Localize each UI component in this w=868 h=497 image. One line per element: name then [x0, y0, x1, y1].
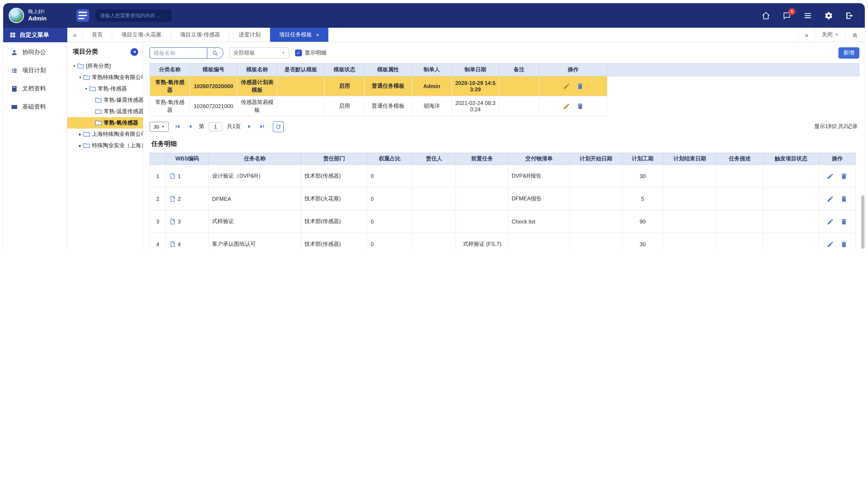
- template-row[interactable]: 常熟-氧传感器1026072021000传感器简易模板启用普通任务模板胡海洋20…: [150, 96, 859, 116]
- avatar[interactable]: [9, 8, 24, 23]
- tabbar: « 首页项目立项-火花塞项目立项-传感器进度计划项目任务模板× » 关闭 ▼: [67, 28, 865, 42]
- edit-icon[interactable]: [563, 83, 570, 90]
- tree-node-4[interactable]: 常熟-温度传感器: [67, 106, 143, 117]
- page-number-input[interactable]: [209, 122, 222, 131]
- file-icon: [169, 241, 176, 247]
- edit-icon[interactable]: [827, 172, 834, 180]
- sidebar-item-1[interactable]: 项目计划: [3, 62, 67, 79]
- file-icon: [169, 218, 176, 225]
- task-cell-trigger: [763, 187, 819, 210]
- task-cell-trigger: [763, 165, 819, 187]
- tree-expand-icon[interactable]: ▼: [78, 76, 83, 79]
- task-cell-owner: [412, 165, 456, 187]
- checkbox-checked-icon[interactable]: [295, 49, 302, 56]
- delete-icon[interactable]: [576, 102, 583, 110]
- delete-icon[interactable]: [576, 83, 583, 90]
- refresh-button[interactable]: [273, 121, 284, 132]
- home-icon[interactable]: [762, 11, 770, 20]
- task-row-number: 2: [150, 187, 166, 210]
- tabs-scroll-left-icon[interactable]: «: [67, 28, 83, 42]
- task-cell-desc: [716, 210, 763, 233]
- sidebar-item-0[interactable]: 协同办公: [3, 44, 67, 60]
- close-tab-icon[interactable]: ×: [316, 32, 319, 38]
- tree-node-0[interactable]: ▼[所有分类]: [67, 60, 143, 72]
- custom-menu-title: 自定义菜单: [19, 31, 49, 39]
- template-type-select[interactable]: 全部模板 ▼: [229, 47, 289, 59]
- messages-icon[interactable]: 6: [783, 11, 791, 20]
- task-row[interactable]: 22DFMEA技术部(火花塞)0DFMEA报告5: [150, 187, 855, 210]
- search-icon: [212, 50, 218, 56]
- next-page-icon[interactable]: [245, 123, 253, 131]
- task-cell-name: 客户承认图纸认可: [209, 233, 301, 248]
- prev-page-icon[interactable]: [186, 123, 194, 131]
- global-search[interactable]: [96, 9, 172, 22]
- task-wbs-cell: 1: [166, 165, 209, 187]
- tree-expand-icon[interactable]: ▶: [78, 144, 83, 147]
- file-icon: [169, 195, 176, 202]
- page-size-select[interactable]: 30 ▼: [150, 122, 169, 131]
- menu-icon[interactable]: [803, 11, 812, 20]
- delete-icon[interactable]: [840, 218, 848, 225]
- template-cell: 常熟-氧传感器: [150, 76, 190, 96]
- tab-1[interactable]: 项目立项-火花塞: [112, 28, 171, 42]
- add-template-button[interactable]: 新增: [838, 47, 859, 59]
- last-page-icon[interactable]: [258, 123, 266, 131]
- delete-icon[interactable]: [840, 172, 848, 180]
- tree-expand-icon[interactable]: ▶: [78, 132, 83, 136]
- task-row[interactable]: 44客户承认图纸认可技术部(传感器)0式样验证 (FS,7)30: [150, 233, 855, 248]
- global-search-input[interactable]: [100, 13, 167, 18]
- template-cell: 1026072020000: [190, 76, 237, 96]
- tab-4[interactable]: 项目任务模板×: [270, 28, 329, 42]
- vertical-scrollbar[interactable]: [861, 195, 864, 248]
- task-cell-desc: [716, 165, 763, 187]
- tree-node-5[interactable]: 常熟-氧传感器: [67, 117, 143, 129]
- task-row[interactable]: 11设计验证（DVP&R）技术部(传感器)0DVP&R报告30: [150, 165, 855, 187]
- edit-icon[interactable]: [827, 195, 834, 202]
- sidebar-toggle-button[interactable]: [77, 9, 89, 22]
- settings-gear-icon[interactable]: [824, 11, 833, 20]
- tab-2[interactable]: 项目立项-传感器: [171, 28, 230, 42]
- tabs-scroll-right-icon[interactable]: »: [798, 28, 815, 42]
- task-col-header: 触发项目状态: [763, 153, 819, 165]
- task-col-header: 责任人: [412, 153, 456, 165]
- tree-node-2[interactable]: ▼常熟-传感器: [67, 83, 143, 95]
- template-col-header: 模板名称: [237, 63, 277, 76]
- template-cell: 启用: [325, 76, 364, 96]
- hamburger-icon: [77, 9, 89, 22]
- template-cell: 传感器计划表模板: [237, 76, 277, 96]
- tree-node-6[interactable]: ▶上海特殊陶业有限公司: [67, 129, 143, 140]
- task-row[interactable]: 33式样验证技术部(传感器)0Check list90: [150, 210, 855, 233]
- task-col-header: [150, 153, 166, 165]
- delete-icon[interactable]: [840, 195, 848, 202]
- template-cell: 普通任务模板: [364, 96, 412, 116]
- edit-icon[interactable]: [827, 241, 834, 248]
- close-tabs-dropdown[interactable]: 关闭 ▼: [815, 28, 845, 42]
- tab-3[interactable]: 进度计划: [230, 28, 270, 42]
- template-search-button[interactable]: [207, 47, 223, 59]
- show-detail-toggle[interactable]: 显示明细: [295, 49, 327, 57]
- logout-icon[interactable]: [845, 11, 854, 20]
- tab-label: 进度计划: [239, 31, 261, 39]
- tree-expand-icon[interactable]: ▼: [72, 65, 77, 68]
- file-icon: [169, 173, 176, 180]
- book-icon: [11, 85, 18, 92]
- task-wbs-cell: 4: [166, 233, 209, 248]
- delete-icon[interactable]: [840, 241, 848, 248]
- sidebar-item-3[interactable]: 基础资料: [3, 99, 67, 115]
- collapse-tabs-icon[interactable]: [845, 28, 865, 42]
- first-page-icon[interactable]: [173, 123, 181, 131]
- tree-node-1[interactable]: ▼常熟特殊陶业有限公司: [67, 72, 143, 83]
- tab-0[interactable]: 首页: [83, 28, 112, 42]
- sidebar-item-2[interactable]: 文档资料: [3, 81, 67, 97]
- edit-icon[interactable]: [827, 218, 834, 225]
- template-row[interactable]: 常熟-氧传感器1026072020000传感器计划表模板启用普通任务模板Admi…: [150, 76, 859, 96]
- edit-icon[interactable]: [563, 102, 570, 110]
- template-name-input[interactable]: [150, 47, 207, 59]
- template-cell: 常熟-氧传感器: [150, 96, 190, 116]
- panel-collapse-icon[interactable]: ◀: [130, 48, 138, 56]
- tree-expand-icon[interactable]: ▼: [84, 87, 89, 90]
- tree-node-3[interactable]: 常熟-爆震传感器: [67, 95, 143, 106]
- custom-menu-header[interactable]: 自定义菜单: [3, 28, 67, 42]
- tree-node-7[interactable]: ▶特殊陶业实业（上海）有限公司: [67, 140, 143, 151]
- template-cell: 传感器简易模板: [237, 96, 277, 116]
